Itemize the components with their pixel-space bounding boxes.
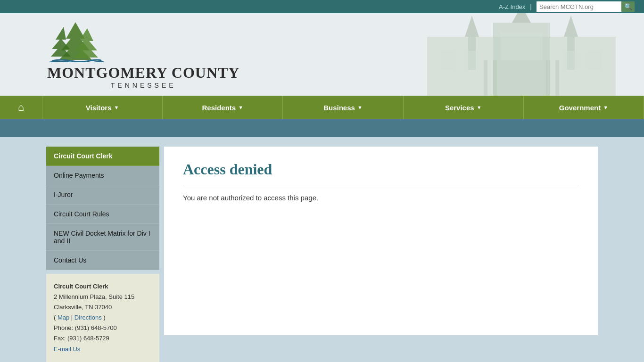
visitors-dropdown-arrow: ▼ xyxy=(114,105,119,110)
svg-rect-17 xyxy=(546,60,550,96)
phone-label: Phone: xyxy=(54,324,73,331)
directions-link[interactable]: Directions xyxy=(74,314,102,321)
search-button[interactable]: 🔍 xyxy=(621,1,635,12)
state-name: TENNESSEE xyxy=(47,82,239,89)
svg-rect-15 xyxy=(484,60,487,96)
sidebar-item-contact-us[interactable]: Contact Us xyxy=(46,251,159,270)
nav-government[interactable]: Government ▼ xyxy=(524,96,644,119)
map-link[interactable]: Map xyxy=(58,314,69,321)
separator: | xyxy=(530,3,532,10)
info-map-directions: ( Map | Directions ) xyxy=(54,313,152,323)
svg-rect-10 xyxy=(441,51,455,70)
svg-rect-14 xyxy=(500,32,543,60)
services-dropdown-arrow: ▼ xyxy=(477,105,482,110)
main-content: Access denied You are not authorized to … xyxy=(164,147,598,335)
header: Montgomery County TENNESSEE xyxy=(0,13,644,96)
info-org-name: Circuit Court Clerk xyxy=(54,281,152,292)
info-address1: 2 Millennium Plaza, Suite 115 xyxy=(54,292,152,302)
nav-residents[interactable]: Residents ▼ xyxy=(163,96,283,119)
info-phone: Phone: (931) 648-5700 xyxy=(54,323,152,333)
sidebar-item-i-juror[interactable]: I-Juror xyxy=(46,185,159,205)
sidebar: Circuit Court Clerk Online Payments I-Ju… xyxy=(46,147,159,362)
government-dropdown-arrow: ▼ xyxy=(603,105,608,110)
svg-marker-5 xyxy=(465,16,479,37)
info-email: E-mail Us xyxy=(54,344,152,354)
home-button[interactable]: ⌂ xyxy=(0,96,42,119)
info-box: Circuit Court Clerk 2 Millennium Plaza, … xyxy=(46,274,159,362)
sidebar-item-circuit-court-rules[interactable]: Circuit Court Rules xyxy=(46,205,159,224)
sidebar-item-civil-docket-matrix[interactable]: NEW Civil Docket Matrix for Div I and II xyxy=(46,224,159,251)
page-title: Access denied xyxy=(183,161,579,185)
logo-icon xyxy=(47,20,239,62)
info-fax: Fax: (931) 648-5729 xyxy=(54,333,152,344)
az-index-link[interactable]: A-Z Index xyxy=(499,3,525,10)
breadcrumb-area xyxy=(0,119,644,137)
logo: Montgomery County TENNESSEE xyxy=(47,20,239,89)
nav-visitors[interactable]: Visitors ▼ xyxy=(42,96,163,119)
svg-rect-18 xyxy=(555,60,559,96)
fax-number: (931) 648-5729 xyxy=(67,335,109,342)
svg-marker-7 xyxy=(564,16,578,37)
residents-dropdown-arrow: ▼ xyxy=(238,105,243,110)
nav-services[interactable]: Services ▼ xyxy=(404,96,524,119)
building-svg xyxy=(399,13,644,96)
content-wrapper: Circuit Court Clerk Online Payments I-Ju… xyxy=(39,137,605,362)
svg-marker-9 xyxy=(512,13,531,23)
tree-svg xyxy=(47,20,104,62)
search-container: 🔍 xyxy=(537,1,635,12)
svg-rect-13 xyxy=(587,51,602,70)
email-link[interactable]: E-mail Us xyxy=(54,346,80,353)
page-message: You are not authorized to access this pa… xyxy=(183,194,579,202)
main-nav: ⌂ Visitors ▼ Residents ▼ Business ▼ Serv… xyxy=(0,96,644,119)
business-dropdown-arrow: ▼ xyxy=(357,105,363,110)
svg-rect-11 xyxy=(465,51,479,70)
top-bar: A-Z Index | 🔍 xyxy=(0,0,644,13)
sidebar-item-circuit-court-clerk[interactable]: Circuit Court Clerk xyxy=(46,147,159,166)
phone-number: (931) 648-5700 xyxy=(75,324,117,331)
header-building xyxy=(399,13,644,96)
sidebar-item-online-payments[interactable]: Online Payments xyxy=(46,166,159,185)
county-name: Montgomery County xyxy=(47,64,239,82)
svg-rect-16 xyxy=(493,60,497,96)
svg-rect-12 xyxy=(564,51,578,70)
search-input[interactable] xyxy=(537,1,621,12)
nav-business[interactable]: Business ▼ xyxy=(283,96,403,119)
info-address2: Clarksville, TN 37040 xyxy=(54,302,152,313)
fax-label: Fax: xyxy=(54,335,66,342)
